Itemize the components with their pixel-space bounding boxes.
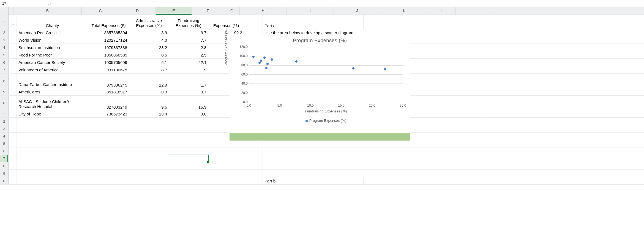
- cell-B19[interactable]: [17, 170, 88, 177]
- row-header-9[interactable]: 9: [0, 88, 9, 95]
- cell-L5[interactable]: [453, 51, 484, 58]
- cell-C3[interactable]: 1202717124: [88, 36, 129, 44]
- cell-L20[interactable]: [464, 177, 495, 184]
- cell-B11[interactable]: City of Hope: [17, 110, 88, 117]
- row-header-11[interactable]: 1: [0, 110, 9, 117]
- cell-H15[interactable]: [263, 140, 453, 147]
- cell-G19[interactable]: [244, 170, 263, 177]
- chart-data-point[interactable]: [352, 67, 354, 69]
- cell-A3[interactable]: [9, 36, 17, 44]
- cell-E9[interactable]: 0.7: [169, 88, 208, 95]
- chart-data-point[interactable]: [266, 63, 269, 65]
- cell-D1[interactable]: Administrative Expenses (%): [129, 15, 169, 29]
- cell-H18[interactable]: [263, 162, 453, 169]
- col-header-G[interactable]: G: [224, 7, 240, 15]
- cell-A11[interactable]: [9, 110, 17, 117]
- cell-E13[interactable]: [169, 125, 208, 132]
- cell-B16[interactable]: [17, 147, 88, 155]
- cell-B20[interactable]: [17, 177, 88, 184]
- cell-B15[interactable]: [17, 140, 88, 147]
- cell-J20[interactable]: [364, 177, 414, 184]
- row-header-20[interactable]: 0: [0, 177, 9, 184]
- col-header-A[interactable]: [9, 7, 13, 15]
- cell-B3[interactable]: World Vision: [17, 36, 88, 44]
- cell-L10[interactable]: [453, 96, 484, 110]
- col-header-D[interactable]: D: [119, 7, 156, 15]
- cell-L13[interactable]: [453, 125, 484, 132]
- row-header-14[interactable]: 4: [0, 133, 9, 140]
- cell-C18[interactable]: [88, 162, 129, 169]
- cell-C12[interactable]: [88, 118, 129, 125]
- cell-A20[interactable]: [9, 177, 17, 184]
- cell-J1[interactable]: [364, 15, 414, 29]
- col-header-C[interactable]: C: [82, 7, 119, 15]
- row-header-7[interactable]: 7: [0, 66, 9, 73]
- cell-E20[interactable]: [169, 177, 208, 184]
- cell-L6[interactable]: [453, 59, 484, 66]
- cell-L2[interactable]: [453, 29, 484, 36]
- cell-D12[interactable]: [129, 118, 169, 125]
- cell-D4[interactable]: 23.2: [129, 44, 169, 51]
- cell-C6[interactable]: 1005705609: [88, 59, 129, 66]
- cell-B12[interactable]: [17, 118, 88, 125]
- cell-A1[interactable]: #: [9, 15, 17, 29]
- cell-B17[interactable]: [17, 155, 88, 162]
- cell-H2[interactable]: Use the area below to develop a scatter …: [263, 29, 453, 36]
- cell-K1[interactable]: [414, 15, 464, 29]
- cell-F20[interactable]: [208, 177, 244, 184]
- cell-G18[interactable]: [244, 162, 263, 169]
- cell-A14[interactable]: [9, 133, 17, 140]
- cell-E8[interactable]: 1.7: [169, 74, 208, 88]
- cell-E5[interactable]: 2.5: [169, 51, 208, 58]
- cell-A17[interactable]: [9, 155, 17, 162]
- cell-L17[interactable]: [453, 155, 484, 162]
- cell-A16[interactable]: [9, 147, 17, 155]
- chart-data-point[interactable]: [260, 60, 262, 62]
- cell-D5[interactable]: 0.5: [129, 51, 169, 58]
- cell-C5[interactable]: 1050860535: [88, 51, 129, 58]
- cell-E12[interactable]: [169, 118, 208, 125]
- cell-C9[interactable]: 851816917: [88, 88, 129, 95]
- col-header-F[interactable]: F: [192, 7, 224, 15]
- cell-D18[interactable]: [129, 162, 169, 169]
- cell-D19[interactable]: [129, 170, 169, 177]
- row-header-5[interactable]: 5: [0, 51, 9, 58]
- cell-D7[interactable]: 8.7: [129, 66, 169, 73]
- cell-G17[interactable]: [244, 155, 263, 162]
- cell-D2[interactable]: 3.9: [129, 29, 169, 36]
- cell-L15[interactable]: [453, 140, 484, 147]
- cell-L12[interactable]: [453, 118, 484, 125]
- cell-L3[interactable]: [453, 36, 484, 44]
- cell-I1[interactable]: [313, 15, 364, 29]
- cell-B9[interactable]: AmeriCares: [17, 88, 88, 95]
- cell-L8[interactable]: [453, 74, 484, 88]
- cell-B5[interactable]: Food For the Poor: [17, 51, 88, 58]
- cell-E19[interactable]: [169, 170, 208, 177]
- cell-E3[interactable]: 7.7: [169, 36, 208, 44]
- cell-D10[interactable]: 9.6: [129, 96, 169, 110]
- cell-A10[interactable]: [9, 96, 17, 110]
- cell-L18[interactable]: [453, 162, 484, 169]
- cell-L16[interactable]: [453, 147, 484, 155]
- cell-A6[interactable]: [9, 59, 17, 66]
- cell-F17[interactable]: [208, 155, 244, 162]
- cell-B13[interactable]: [17, 125, 88, 132]
- cell-G15[interactable]: [244, 140, 263, 147]
- cell-B8[interactable]: Dana-Farber Cancer Institute: [17, 74, 88, 88]
- cell-B14[interactable]: [17, 133, 88, 140]
- cell-G1[interactable]: [244, 15, 263, 29]
- chart-data-point[interactable]: [295, 60, 298, 63]
- chart-data-point[interactable]: [265, 67, 268, 69]
- cell-C11[interactable]: 736673423: [88, 110, 129, 117]
- cell-A2[interactable]: [9, 29, 17, 36]
- cell-D11[interactable]: 13.4: [129, 110, 169, 117]
- col-header-H[interactable]: H: [240, 7, 287, 15]
- row-header-15[interactable]: 5: [0, 140, 9, 147]
- cell-G16[interactable]: [244, 147, 263, 155]
- cell-D15[interactable]: [129, 140, 169, 147]
- cell-A15[interactable]: [9, 140, 17, 147]
- col-header-J[interactable]: J: [334, 7, 381, 15]
- col-header-E[interactable]: E: [156, 7, 192, 15]
- cell-C14[interactable]: [88, 133, 129, 140]
- name-box[interactable]: 17: [0, 1, 43, 6]
